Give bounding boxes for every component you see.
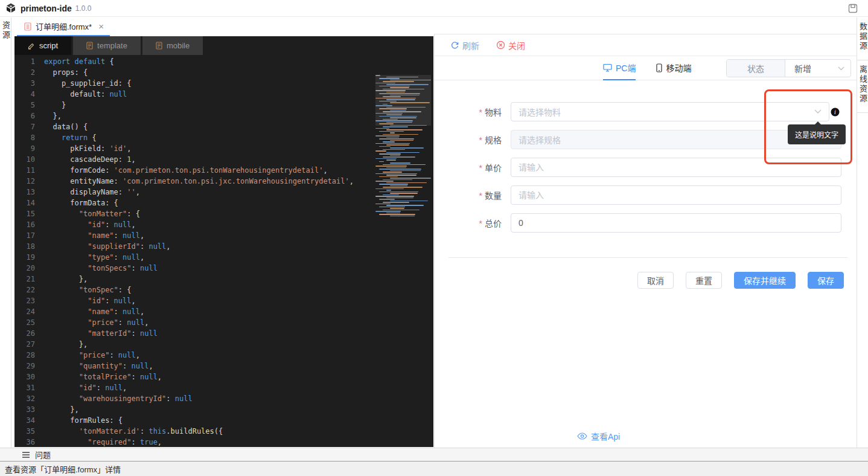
code-line: 18 "supplierId": null, xyxy=(14,241,433,252)
code-line: 28 "price": null, xyxy=(14,350,433,361)
code-line: 31 "id": null, xyxy=(14,382,433,393)
status-select[interactable]: 新增 xyxy=(785,60,850,77)
code-line: 10 cascadeDeep: 1, xyxy=(14,154,433,165)
file-icon xyxy=(24,22,31,31)
save-button[interactable]: 保存 xyxy=(808,272,844,289)
tab-template[interactable]: template xyxy=(73,36,141,55)
form-button-row: 取消 重置 保存并继续 保存 xyxy=(637,272,844,289)
document-icon xyxy=(156,42,162,50)
tab-mobile[interactable]: mobile xyxy=(142,36,203,55)
code-editor[interactable]: 1export default {2 props: {3 p_supplier_… xyxy=(14,55,433,447)
code-line: 17 "name": null, xyxy=(14,230,433,241)
left-rail: 资源 xyxy=(0,18,11,448)
code-line: 30 "totalPrice": null, xyxy=(14,371,433,382)
code-line: 33 }, xyxy=(14,404,433,415)
code-line: 29 "quantity": null, xyxy=(14,361,433,371)
tab-script[interactable]: script xyxy=(14,36,71,55)
code-line: 22 "tonSpec": { xyxy=(14,285,433,295)
field-label: 单价 xyxy=(485,163,502,173)
problems-bar[interactable]: 问题 xyxy=(0,448,868,461)
total-price-input[interactable] xyxy=(511,213,841,233)
file-tab-label: 订单明细.formx* xyxy=(36,21,92,32)
problems-label: 问题 xyxy=(35,449,51,460)
list-icon xyxy=(22,451,30,458)
tab-mobile-device[interactable]: 移动端 xyxy=(656,56,691,80)
sidebar-item-offline-resources[interactable]: 离线资源 xyxy=(857,60,868,113)
quantity-input[interactable] xyxy=(511,185,841,205)
code-line: 11 formCode: 'com.primeton.ton.psi.tonWa… xyxy=(14,165,433,176)
code-line: 15 "tonMatter": { xyxy=(14,208,433,219)
cancel-button[interactable]: 取消 xyxy=(637,272,674,289)
unit-price-input[interactable] xyxy=(511,158,841,177)
required-marker: * xyxy=(479,135,482,145)
field-label: 总价 xyxy=(485,219,502,228)
code-line: 16 "id": null, xyxy=(14,219,433,230)
code-line: 2 props: { xyxy=(14,67,433,78)
save-and-continue-button[interactable]: 保存并继续 xyxy=(734,272,796,289)
code-line: 5 } xyxy=(14,100,433,111)
status-bar: 查看资源「订单明细.formx」详情 xyxy=(0,461,868,476)
title-bar: primeton-ide 1.0.0 xyxy=(0,0,868,17)
code-line: 25 "price": null, xyxy=(14,317,433,328)
view-api-link[interactable]: 查看Api xyxy=(577,430,620,442)
code-line: 21 }, xyxy=(14,274,433,285)
code-line: 19 "type": null, xyxy=(14,252,433,263)
required-marker: * xyxy=(479,219,482,228)
document-icon xyxy=(86,42,93,50)
code-line: 27 }, xyxy=(14,339,433,350)
app-window: primeton-ide 1.0.0 资源 数据源 离线资源 订单明细.form… xyxy=(0,0,868,476)
code-line: 6 }, xyxy=(14,111,433,121)
sidebar-item-resources[interactable]: 资源 xyxy=(0,21,11,40)
field-label: 规格 xyxy=(485,135,502,145)
code-line: 35 'tonMatter.id': this.buildRules({ xyxy=(14,426,433,437)
chevron-down-icon xyxy=(814,109,822,114)
code-line: 24 "name": null, xyxy=(14,306,433,317)
close-icon[interactable]: × xyxy=(98,22,104,31)
refresh-button[interactable]: 刷新 xyxy=(450,39,479,51)
close-preview-button[interactable]: 关闭 xyxy=(496,39,525,51)
editor-tab-bar: script template mobile xyxy=(14,36,433,55)
tab-pc[interactable]: PC端 xyxy=(603,56,636,80)
minimap-viewport[interactable] xyxy=(375,75,431,126)
divider xyxy=(448,257,847,258)
refresh-icon xyxy=(450,40,459,50)
code-line: 1export default { xyxy=(14,56,433,67)
app-logo-icon xyxy=(5,2,17,14)
phone-icon xyxy=(656,63,662,72)
code-lines: 1export default {2 props: {3 p_supplier_… xyxy=(14,56,433,447)
code-line: 9 pkField: 'id', xyxy=(14,143,433,154)
code-line: 14 formData: { xyxy=(14,198,433,208)
file-tab-order-detail[interactable]: 订单明细.formx* × xyxy=(17,18,110,36)
status-label: 状态 xyxy=(727,60,785,77)
code-line: 3 p_supplier_id: { xyxy=(14,78,433,89)
code-line: 7 data() { xyxy=(14,121,433,132)
code-line: 34 formRules: { xyxy=(14,415,433,426)
material-select[interactable]: 请选择物料 xyxy=(511,102,829,121)
field-label: 物料 xyxy=(485,108,502,117)
required-marker: * xyxy=(479,191,482,201)
code-line: 20 "tonSpecs": null xyxy=(14,263,433,274)
reset-button[interactable]: 重置 xyxy=(686,272,722,289)
save-layout-icon[interactable] xyxy=(847,3,858,14)
pencil-icon xyxy=(28,42,35,50)
required-marker: * xyxy=(479,108,482,117)
monitor-icon xyxy=(603,63,612,72)
info-icon[interactable]: i xyxy=(831,108,840,117)
minimap[interactable] xyxy=(375,75,431,219)
code-line: 13 displayName: '', xyxy=(14,187,433,198)
required-marker: * xyxy=(479,163,482,173)
status-select-group: 状态 新增 xyxy=(726,59,851,77)
code-line: 4 default: null xyxy=(14,89,433,100)
sidebar-item-datasource[interactable]: 数据源 xyxy=(857,18,868,60)
right-rail: 数据源 离线资源 xyxy=(857,18,868,461)
form-preview-panel: 刷新 关闭 PC端 xyxy=(434,34,857,461)
code-line: 12 entityName: 'com.primeton.ton.psi.jxc… xyxy=(14,176,433,187)
chevron-down-icon xyxy=(838,66,844,71)
app-name: primeton-ide xyxy=(21,4,72,13)
svg-text:i: i xyxy=(834,109,836,115)
close-circle-icon xyxy=(496,40,505,50)
device-tab-row: PC端 移动端 状态 新增 xyxy=(435,56,857,80)
code-line: 26 "matterId": null xyxy=(14,328,433,339)
field-label: 数量 xyxy=(485,191,502,201)
status-bar-text: 查看资源「订单明细.formx」详情 xyxy=(5,463,121,475)
